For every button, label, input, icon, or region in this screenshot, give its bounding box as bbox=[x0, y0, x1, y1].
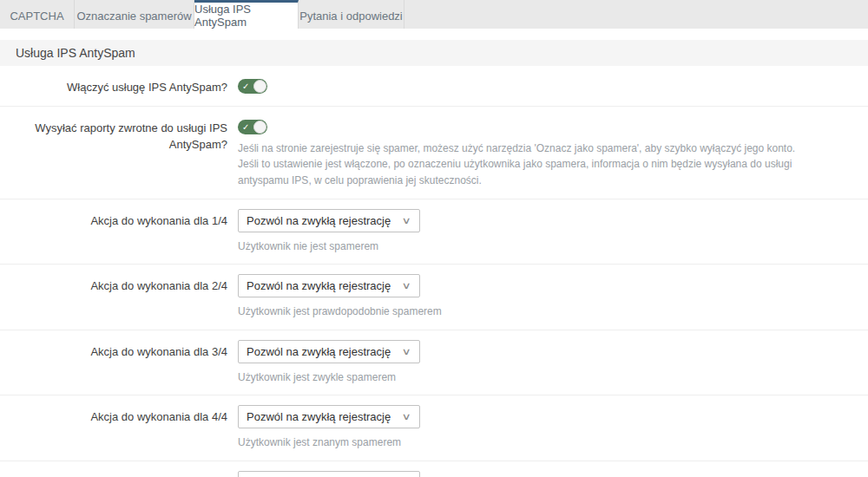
setting-row-enable-service: Włączyć usługę IPS AntySpam? ✓ bbox=[0, 66, 868, 107]
setting-label: Włączyć usługę IPS AntySpam? bbox=[0, 75, 227, 96]
setting-label: Akcja do wykonania dla 4/4 bbox=[0, 405, 227, 426]
setting-label: Akcja do wykonania dla 2/4 bbox=[0, 274, 227, 295]
setting-help-text: Jeśli na stronie zarejestruje się spamer… bbox=[238, 140, 816, 189]
check-icon: ✓ bbox=[242, 121, 249, 134]
setting-row-action-3-4: Akcja do wykonania dla 3/4 Pozwól na zwy… bbox=[0, 330, 868, 396]
setting-label: Akcja do wykonania dla 1/4 bbox=[0, 209, 227, 230]
setting-row-action-1-4: Akcja do wykonania dla 1/4 Pozwól na zwy… bbox=[0, 199, 868, 265]
setting-row-action-2-4: Akcja do wykonania dla 2/4 Pozwól na zwy… bbox=[0, 265, 868, 330]
setting-help-text: Użytkownik nie jest spamerem bbox=[238, 238, 816, 255]
action-4-4-select[interactable]: Pozwól na zwykłą rejestrację ∨ bbox=[238, 405, 420, 428]
connection-error-action-select[interactable]: Pozwól na zwykłą rejestrację ∨ bbox=[238, 471, 420, 477]
tab-usluga-ips-antyspam[interactable]: Usługa IPS AntySpam bbox=[194, 0, 299, 29]
chevron-down-icon: ∨ bbox=[401, 215, 411, 226]
tab-oznaczanie-spamerow[interactable]: Oznaczanie spamerów bbox=[75, 0, 194, 29]
action-1-4-select[interactable]: Pozwól na zwykłą rejestrację ∨ bbox=[238, 209, 420, 232]
setting-label: Akcja do wykonania przy wystąpieniu błęd… bbox=[0, 471, 227, 477]
setting-label: Wysyłać raporty zwrotne do usługi IPS An… bbox=[0, 116, 227, 154]
selected-option-label: Pozwól na zwykłą rejestrację bbox=[247, 279, 391, 292]
tab-pytania-i-odpowiedzi[interactable]: Pytania i odpowiedzi bbox=[299, 0, 404, 29]
toggle-knob bbox=[253, 80, 266, 93]
setting-row-send-reports: Wysyłać raporty zwrotne do usługi IPS An… bbox=[0, 107, 868, 199]
toggle-knob bbox=[253, 121, 266, 134]
selected-option-label: Pozwól na zwykłą rejestrację bbox=[247, 410, 391, 423]
setting-row-action-4-4: Akcja do wykonania dla 4/4 Pozwól na zwy… bbox=[0, 395, 868, 461]
selected-option-label: Pozwól na zwykłą rejestrację bbox=[247, 345, 391, 358]
setting-row-connection-error-action: Akcja do wykonania przy wystąpieniu błęd… bbox=[0, 461, 868, 477]
setting-help-text: Użytkownik jest prawdopodobnie spamerem bbox=[238, 304, 816, 320]
setting-help-text: Użytkownik jest zwykle spamerem bbox=[238, 369, 816, 386]
tab-captcha[interactable]: CAPTCHA bbox=[0, 0, 75, 29]
chevron-down-icon: ∨ bbox=[401, 411, 411, 422]
action-2-4-select[interactable]: Pozwól na zwykłą rejestrację ∨ bbox=[238, 274, 420, 297]
chevron-down-icon: ∨ bbox=[401, 280, 411, 291]
settings-tabbar: CAPTCHA Oznaczanie spamerów Usługa IPS A… bbox=[0, 0, 868, 29]
selected-option-label: Pozwól na zwykłą rejestrację bbox=[247, 214, 391, 227]
setting-label: Akcja do wykonania dla 3/4 bbox=[0, 340, 227, 361]
chevron-down-icon: ∨ bbox=[401, 346, 411, 357]
send-reports-toggle[interactable]: ✓ bbox=[238, 120, 267, 134]
section-title: Usługa IPS AntySpam bbox=[0, 40, 868, 66]
setting-help-text: Użytkownik jest znanym spamerem bbox=[238, 435, 816, 451]
action-3-4-select[interactable]: Pozwól na zwykłą rejestrację ∨ bbox=[238, 340, 420, 363]
settings-panel: Usługa IPS AntySpam Włączyć usługę IPS A… bbox=[0, 40, 868, 477]
enable-service-toggle[interactable]: ✓ bbox=[238, 79, 267, 94]
check-icon: ✓ bbox=[242, 80, 249, 93]
